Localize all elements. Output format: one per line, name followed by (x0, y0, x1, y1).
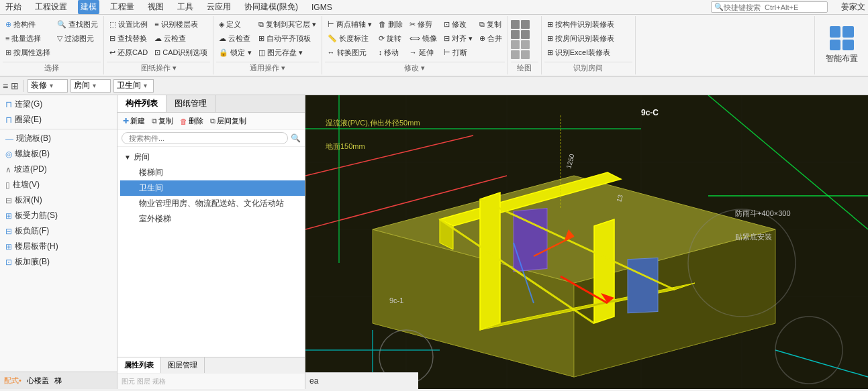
btn-cad-options[interactable]: ⊡CAD识别选项 (152, 46, 210, 59)
sidebar-bottom-pei-shi[interactable]: 配式• (4, 376, 21, 386)
btn-identify-floor-table[interactable]: ≡识别楼层表 (152, 17, 210, 31)
ribbon-group-label-select: 选择 (3, 62, 101, 73)
btn-find-replace[interactable]: ⊟查找替换 (107, 32, 150, 45)
search-btn-icon[interactable]: 🔍 (291, 133, 301, 143)
btn-identify-excel[interactable]: ⊞识别Excel装修表 (544, 46, 632, 59)
tree-group-room: ▼ 房间 楼梯间 卫生间 物业管理用房、物流配送站、文化活动站 室外楼梯 (117, 150, 305, 227)
sidebar-item-xian-jiao-ban[interactable]: — 现浇板(B) (0, 131, 117, 146)
menu-item-start[interactable]: 开始 (3, 0, 24, 14)
dropdown-room-type[interactable]: 房间 (70, 79, 111, 93)
btn-identify-by-room[interactable]: ⊞按房间识别装修表 (544, 32, 632, 45)
btn-break[interactable]: ⊢打断 (441, 46, 475, 59)
menu-item-igms[interactable]: IGMS (309, 1, 335, 13)
sidebar-item-ban-fu-jin[interactable]: ⊟ 板负筋(F) (0, 223, 117, 239)
sidebar-item-lian-liang[interactable]: ⊓ 连梁(G) (0, 97, 117, 112)
btn-new[interactable]: ✚新建 (120, 115, 148, 127)
btn-mirror[interactable]: ⟺镜像 (407, 32, 440, 45)
sidebar-item-ban-dong[interactable]: ⊟ 板洞(N) (0, 192, 117, 208)
btn-find-element[interactable]: 🔍查找图元 (54, 17, 101, 31)
cad-label-tiejin: 贴紧底安装 (735, 233, 772, 241)
btn-filter-element[interactable]: ▽过滤图元 (54, 32, 101, 45)
ribbon-group-label-general: 通用操作 ▾ (216, 62, 318, 73)
sidebar-item-ban-shou-li-jin[interactable]: ⊞ 板受力筋(S) (0, 208, 117, 223)
toolbar-icon-grid[interactable]: ⊞ (11, 80, 19, 91)
menu-item-tools[interactable]: 工具 (175, 0, 196, 14)
sidebar-item-ban-jia-yi[interactable]: ⊡ 板加腋(B) (0, 254, 117, 270)
btn-trim[interactable]: ✂修剪 (407, 17, 440, 31)
btn-grab-element[interactable]: ⊕抢构件 (3, 17, 53, 31)
panel-bottom-tabs: 属性列表 图层管理 (117, 357, 305, 373)
main-content: ⊓ 连梁(G) ⊓ 圈梁(E) — 现浇板(B) ◎ 螺旋板(B) ∧ (0, 95, 868, 389)
btn-copy-item[interactable]: ⧉复制 (149, 115, 176, 127)
btn-length-mark[interactable]: 📏长度标注 (325, 32, 375, 45)
btn-identify-by-element[interactable]: ⊞按构件识别装修表 (544, 17, 632, 31)
sidebar-item-luo-xuan-ban[interactable]: ◎ 螺旋板(B) (0, 146, 117, 162)
menu-item-view[interactable]: 视图 (145, 0, 166, 14)
btn-two-point-axis[interactable]: ⊢两点辅轴 ▾ (325, 17, 375, 31)
dropdown-category[interactable]: 装修 (28, 79, 68, 93)
btn-copy[interactable]: ⧉复制 (477, 17, 505, 31)
btn-lock[interactable]: 🔒锁定 ▾ (216, 46, 254, 59)
cad-label-9cc: 9c-C (641, 108, 659, 117)
sidebar-items: ⊓ 连梁(G) ⊓ 圈梁(E) — 现浇板(B) ◎ 螺旋板(B) ∧ (0, 95, 117, 372)
tab-drawing-manage[interactable]: 图纸管理 (166, 95, 215, 112)
svg-marker-17 (594, 219, 614, 323)
bottom-tab-attr-list[interactable]: 属性列表 (117, 357, 161, 373)
btn-attr-select[interactable]: ⊞按属性选择 (3, 46, 53, 59)
tree-item-wei-sheng-jian[interactable]: 卫生间 (120, 180, 305, 196)
menu-item-engineering-settings[interactable]: 工程设置 (32, 0, 70, 14)
btn-move[interactable]: ↕移动 (376, 46, 405, 59)
btn-align[interactable]: ⊟对齐 ▾ (441, 32, 475, 45)
sidebar-item-quan-liang[interactable]: ⊓ 圈梁(E) (0, 112, 117, 127)
btn-auto-align-top[interactable]: ⊞自动平齐顶板 (256, 32, 319, 45)
cad-viewport[interactable]: 温流液(PVC),伸出外径50mm 地面150mm 9c-C 9c-1 防雨斗+… (305, 95, 868, 389)
btn-delete[interactable]: 🗑删除 (376, 17, 405, 31)
toolbar-separator (23, 80, 23, 92)
sidebar-item-zhu-qiang[interactable]: ▯ 柱墙(V) (0, 177, 117, 192)
sidebar-bottom-ti[interactable]: 梯 (54, 376, 62, 386)
dropdown-toilet[interactable]: 卫生间 (113, 79, 154, 93)
sidebar-item-po-dao[interactable]: ∧ 坡道(PD) (0, 162, 117, 177)
quick-search-input[interactable] (724, 3, 824, 11)
btn-set-scale[interactable]: ⬚设置比例 (107, 17, 150, 31)
lou-ceng-ban-dai-icon: ⊞ (5, 242, 12, 252)
btn-copy-to-layer[interactable]: ⧉复制到其它层 ▾ (256, 17, 319, 31)
menu-item-collab[interactable]: 协同建模(限免) (242, 0, 301, 14)
smart-layout-btn[interactable]: 智能布置 (814, 16, 868, 74)
btn-rotate[interactable]: ⟳旋转 (376, 32, 405, 45)
tree-item-lou-ti-jian[interactable]: 楼梯间 (120, 165, 305, 180)
menu-item-cloud[interactable]: 云应用 (204, 0, 234, 14)
quick-search-box[interactable]: 🔍 (711, 1, 828, 13)
btn-cloud-check[interactable]: ☁云检查 (152, 32, 210, 45)
tab-component-list[interactable]: 构件列表 (117, 95, 166, 112)
toolbar-icon-list[interactable]: ≡ (3, 80, 8, 91)
sidebar-bottom-xin-lou-gai[interactable]: 心楼盖 (27, 376, 49, 386)
menu-item-modeling[interactable]: 建模 (78, 0, 99, 14)
btn-define[interactable]: ◈定义 (216, 17, 254, 31)
btn-floor-copy[interactable]: ⧉层间复制 (207, 115, 249, 127)
btn-edge-trim[interactable]: ⊡修改 (441, 17, 475, 31)
btn-cloud-check2[interactable]: ☁云检查 (216, 32, 254, 45)
svg-rect-20 (628, 258, 658, 313)
bottom-tab-layer-manage[interactable]: 图层管理 (161, 357, 205, 373)
component-search-input[interactable] (122, 132, 288, 144)
sidebar-item-lou-ceng-ban-dai[interactable]: ⊞ 楼层板带(H) (0, 239, 117, 254)
tree-group-label-room[interactable]: ▼ 房间 (120, 150, 305, 165)
lian-liang-icon: ⊓ (5, 99, 12, 109)
smart-layout-icon (830, 26, 854, 50)
btn-delete-item[interactable]: 🗑删除 (177, 115, 206, 127)
quan-liang-icon: ⊓ (5, 115, 12, 125)
btn-merge[interactable]: ⊕合并 (477, 32, 505, 45)
ribbon-group-drawing: ⬚设置比例 ⊟查找替换 ↩还原CAD ≡识别楼层表 ☁云检查 (104, 16, 213, 74)
tree-item-shi-wai[interactable]: 室外楼梯 (120, 211, 305, 227)
btn-restore-cad[interactable]: ↩还原CAD (107, 46, 150, 59)
ribbon-group-general: ◈定义 ☁云检查 🔒锁定 ▾ ⧉复制到其它层 ▾ ⊞自动平齐顶板 (213, 16, 322, 74)
btn-extend[interactable]: →延伸 (407, 46, 440, 59)
menu-item-quantity[interactable]: 工程量 (107, 0, 137, 14)
tree-item-wu-ye[interactable]: 物业管理用房、物流配送站、文化活动站 (120, 196, 305, 211)
btn-convert-element[interactable]: ↔转换图元 (325, 46, 375, 59)
copy-icon: ⧉ (152, 117, 157, 125)
btn-batch-select[interactable]: ≡批量选择 (3, 32, 53, 45)
sidebar-bottom: 配式• 心楼盖 梯 (0, 372, 117, 389)
btn-save-element[interactable]: ◫图元存盘 ▾ (256, 46, 319, 59)
